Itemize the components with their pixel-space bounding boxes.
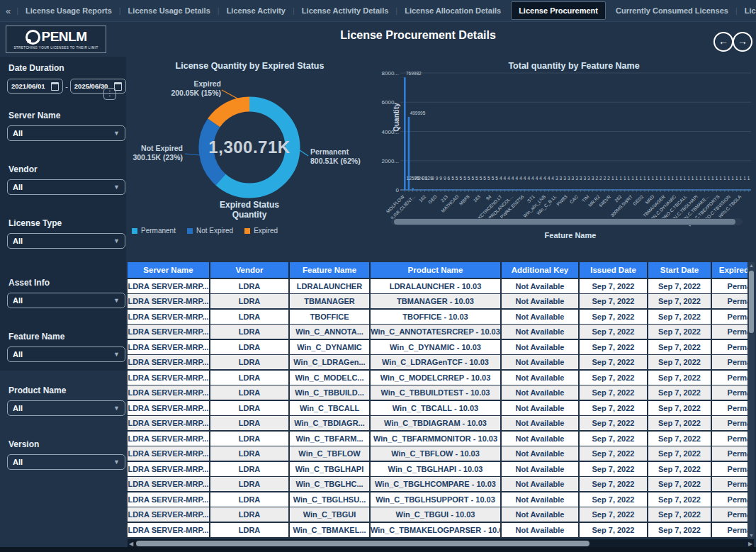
bar — [432, 189, 434, 190]
tab-license-activity[interactable]: License Activity — [220, 2, 293, 19]
table-row[interactable]: LDRA SERVER-MRP...LDRAWin_C_TBFARM...Win… — [128, 432, 747, 446]
table-row[interactable]: LDRA SERVER-MRP...LDRAWin_C_TBGLHAPIWin_… — [128, 462, 747, 476]
legend-swatch — [244, 228, 250, 234]
bar — [596, 189, 598, 190]
table-cell: LDRA — [210, 432, 290, 446]
version-dropdown[interactable]: All▼ — [7, 454, 125, 470]
vendor-dropdown[interactable]: All▼ — [7, 179, 125, 195]
legend-item-permanent[interactable]: Permanent — [132, 227, 176, 235]
table-cell: LDRA — [210, 507, 290, 522]
tab-license-allocation-details[interactable]: License Allocation Details — [397, 2, 508, 19]
bar-chart-horizontal-scrollbar — [391, 218, 743, 225]
bar — [684, 189, 686, 190]
table-cell: Permanent — [712, 355, 747, 369]
table-row[interactable]: LDRA SERVER-MRP...LDRAWin_C_TBFLOWWin_C_… — [128, 446, 747, 461]
tab-currently-consumed-licenses[interactable]: Currently Consumed Licenses — [609, 2, 735, 19]
donut-legend: PermanentNot ExpiredExpired — [132, 227, 278, 235]
scroll-up-icon[interactable]: ▲ — [748, 263, 755, 268]
x-tick-label: 163 — [472, 193, 481, 203]
table-cell: Sep 7, 2022 — [580, 279, 648, 293]
table-row[interactable]: LDRA SERVER-MRP...LDRAWin_C_TBGUIWin_C_T… — [128, 507, 747, 522]
table-row[interactable]: LDRA SERVER-MRP...LDRAWin_C_ANNOTA...Win… — [128, 325, 747, 339]
scroll-right-icon[interactable]: ▶ — [747, 541, 754, 547]
table-cell: LDRA — [210, 416, 290, 430]
tab-license-procurement[interactable]: License Procurement — [511, 1, 606, 20]
table-cell: Permanent — [712, 385, 747, 400]
table-cell: LDRA SERVER-MRP... — [128, 492, 210, 507]
table-cell: LDRA SERVER-MRP... — [128, 294, 210, 308]
date-from-value: 2021/06/01 — [11, 82, 45, 90]
tabs-collapse-icon[interactable]: « — [0, 6, 16, 16]
legend-item-not-expired[interactable]: Not Expired — [187, 227, 233, 235]
date-more-options-button[interactable]: ⋮ — [103, 88, 116, 100]
bar-value-label: 3 — [587, 176, 590, 181]
table-row[interactable]: LDRA SERVER-MRP...LDRAWin_C_TBCALLWin_C_… — [128, 401, 747, 415]
table-row[interactable]: LDRA SERVER-MRP...LDRAWin_C_TBGLHSU...Wi… — [128, 492, 747, 507]
table-cell: Sep 7, 2022 — [580, 310, 648, 324]
legend-item-expired[interactable]: Expired — [244, 227, 278, 235]
table-cell: Sep 7, 2022 — [648, 401, 712, 415]
bar-chart-scroll-thumb[interactable] — [394, 219, 735, 225]
bar-value-label: 4 — [504, 176, 507, 181]
column-header-additional-key[interactable]: Additional Key — [502, 262, 580, 278]
table-row[interactable]: LDRA SERVER-MRP...LDRATBOFFICETBOFFICE -… — [128, 310, 747, 324]
bar-value-label: 1 — [687, 176, 690, 181]
product-name-dropdown[interactable]: All▼ — [7, 400, 125, 416]
bar — [735, 189, 738, 190]
bar — [540, 189, 542, 190]
column-header-issued-date[interactable]: Issued Date — [580, 262, 648, 278]
bar-value-label: 9 — [439, 176, 442, 181]
feature-name-dropdown[interactable]: All▼ — [7, 347, 125, 362]
table-row[interactable]: LDRA SERVER-MRP...LDRAWin_C_TBGLHC...Win… — [128, 477, 747, 491]
table-hscroll-thumb[interactable] — [136, 541, 589, 546]
bar — [548, 189, 550, 190]
license-type-dropdown[interactable]: All▼ — [7, 233, 125, 249]
tab-license-usage-reports[interactable]: License Usage Reports — [18, 2, 119, 19]
scroll-down-icon[interactable]: ▼ — [748, 533, 755, 538]
date-to-input[interactable]: 2025/06/30 — [70, 79, 126, 94]
column-header-start-date[interactable]: Start Date — [648, 262, 712, 278]
bar-value-label: 5 — [459, 176, 462, 181]
tab-licenses-not-in-use[interactable]: Licenses Not in Use — [738, 2, 756, 19]
table-row[interactable]: LDRA SERVER-MRP...LDRAWin_C_TBDIAGR...Wi… — [128, 416, 747, 430]
chevron-down-icon: ▼ — [113, 351, 120, 358]
prev-report-button[interactable]: ← — [713, 32, 733, 52]
arrow-left-icon: ← — [718, 35, 728, 47]
bar-value-label: 5 — [456, 176, 458, 181]
bar — [576, 189, 578, 190]
tab-license-activity-details[interactable]: License Activity Details — [295, 2, 395, 19]
table-vscroll-thumb[interactable] — [749, 271, 754, 333]
table-row[interactable]: LDRA SERVER-MRP...LDRAWin_C_TBBUILD...Wi… — [128, 385, 747, 400]
openlm-logo[interactable]: PENLM STRETCHING YOUR LICENSES TO THEIR … — [6, 26, 106, 53]
table-row[interactable]: LDRA SERVER-MRP...LDRAWin_C_LDRAGen...Wi… — [128, 355, 747, 369]
table-row[interactable]: LDRA SERVER-MRP...LDRAWin_C_DYNAMICWin_C… — [128, 340, 747, 354]
table-cell: Permanent — [712, 340, 747, 354]
column-header-product-name[interactable]: Product Name — [371, 262, 502, 278]
table-cell: Permanent — [712, 507, 747, 522]
table-row[interactable]: LDRA SERVER-MRP...LDRATBMANAGERTBMANAGER… — [128, 294, 747, 308]
scroll-left-icon[interactable]: ◀ — [128, 541, 135, 547]
x-tick-label: CAC — [569, 194, 580, 205]
bar — [472, 189, 474, 190]
table-row[interactable]: LDRA SERVER-MRP...LDRAWin_C_MODELC...Win… — [128, 371, 747, 385]
table-cell: Win_C_LDRAGenTCF - 10.03 — [371, 355, 502, 369]
table-cell: Permanent — [712, 371, 747, 385]
table-cell: LDRA SERVER-MRP... — [128, 355, 210, 369]
column-header-feature-name[interactable]: Feature Name — [290, 262, 371, 278]
bar — [504, 189, 506, 190]
bar-value-label: 1 — [619, 176, 622, 181]
asset-info-dropdown[interactable]: All▼ — [7, 293, 125, 308]
bar — [660, 189, 662, 190]
date-from-input[interactable]: 2021/06/01 — [7, 79, 63, 94]
column-header-vendor[interactable]: Vendor — [210, 262, 290, 278]
column-header-server-name[interactable]: Server Name — [128, 262, 210, 278]
column-header-expired-status[interactable]: Expired Status — [712, 262, 747, 278]
bar — [452, 189, 454, 190]
bar — [480, 189, 482, 190]
server-name-dropdown[interactable]: All▼ — [7, 125, 125, 141]
next-report-button[interactable]: → — [733, 32, 752, 52]
table-row[interactable]: LDRA SERVER-MRP...LDRALDRALAUNCHERLDRALA… — [128, 279, 747, 293]
table-cell: LDRA — [210, 385, 290, 400]
table-row[interactable]: LDRA SERVER-MRP...LDRAWin_C_TBMAKEL...Wi… — [128, 523, 747, 537]
tab-license-usage-details[interactable]: License Usage Details — [121, 2, 218, 19]
